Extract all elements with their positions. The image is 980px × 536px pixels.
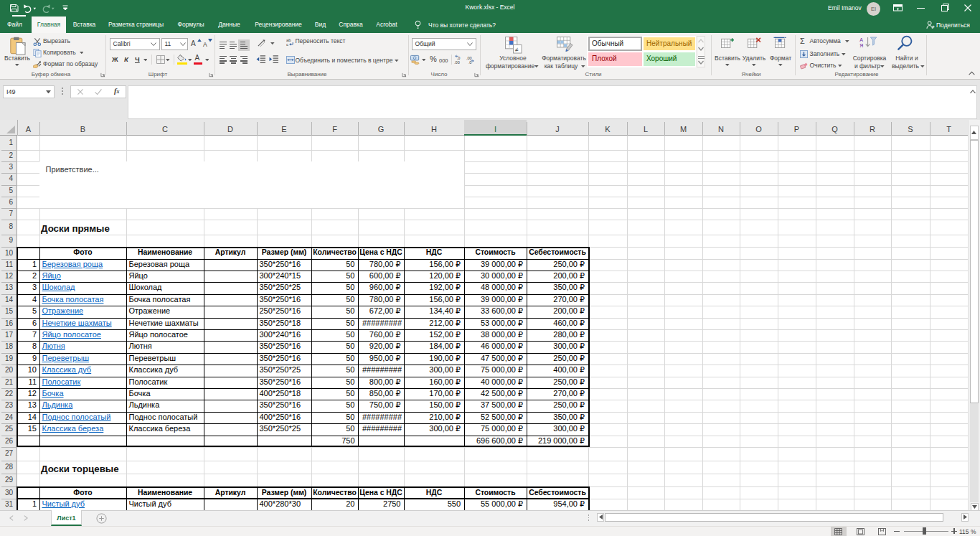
svg-text:А: А [859, 37, 863, 42]
svg-text:ab: ab [286, 38, 291, 42]
svg-text:≠: ≠ [515, 45, 519, 52]
svg-text:c: c [286, 43, 288, 47]
svg-text:Я: Я [859, 43, 863, 47]
